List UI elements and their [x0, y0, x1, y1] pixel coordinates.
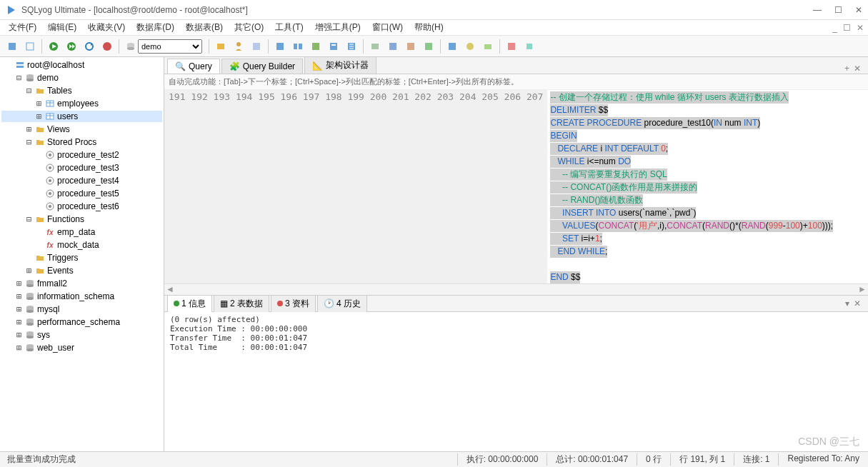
status-reg: Registered To: Any: [778, 453, 868, 466]
execute-all-button[interactable]: [64, 39, 79, 54]
svg-rect-26: [508, 43, 515, 50]
maximize-button[interactable]: ☐: [834, 5, 842, 15]
result-tab-info[interactable]: 1 信息: [167, 295, 212, 313]
menu-help[interactable]: 帮助(H): [410, 20, 448, 35]
tree-twist-icon[interactable]: ⊞: [15, 304, 23, 314]
minimize-button[interactable]: —: [813, 5, 822, 15]
object-browser[interactable]: root@localhost⊟demo⊟Tables⊞employees⊞use…: [0, 57, 164, 451]
tool-btn-16[interactable]: [504, 39, 519, 54]
tree-row[interactable]: ⊟Tables: [1, 85, 162, 96]
tree-row[interactable]: procedure_test3: [1, 162, 162, 174]
tree-row[interactable]: Triggers: [1, 252, 162, 263]
execute-button[interactable]: [46, 39, 61, 54]
tab-schema-designer[interactable]: 📐架构设计器: [304, 56, 376, 74]
menu-other[interactable]: 其它(O): [230, 20, 268, 35]
tree-row[interactable]: fxmock_data: [1, 239, 162, 251]
tree-row[interactable]: ⊞sys: [1, 329, 162, 341]
tab-close-icon[interactable]: ✕: [854, 64, 861, 74]
tree-twist-icon[interactable]: ⊞: [15, 343, 23, 353]
results-pane[interactable]: (0 row(s) affected) Execution Time : 00:…: [164, 312, 868, 451]
tree-row[interactable]: procedure_test5: [1, 188, 162, 199]
tree-twist-icon[interactable]: ⊟: [25, 214, 33, 224]
menu-fav[interactable]: 收藏夹(V): [84, 20, 129, 35]
tree-twist-icon[interactable]: ⊞: [15, 291, 23, 301]
tree-row[interactable]: ⊞users: [1, 111, 162, 122]
tool-btn-11[interactable]: [403, 39, 419, 54]
tree-row[interactable]: ⊞Events: [1, 265, 162, 276]
tree-row[interactable]: ⊟demo: [1, 72, 162, 84]
editor-scrollbar[interactable]: ◄►: [164, 283, 868, 295]
tree-row[interactable]: ⊞fmmall2: [1, 278, 162, 289]
tree-row[interactable]: procedure_test2: [1, 149, 162, 161]
svg-rect-20: [389, 43, 396, 50]
stop-button[interactable]: [99, 39, 115, 54]
tool-btn-12[interactable]: [421, 39, 437, 54]
tool-btn-4[interactable]: [272, 39, 288, 54]
tree-twist-icon[interactable]: ⊞: [25, 124, 33, 134]
database-select[interactable]: demo: [138, 39, 202, 54]
tree-twist-icon[interactable]: ⊞: [25, 266, 33, 276]
menu-table[interactable]: 数据表(B): [181, 20, 227, 35]
database-selector[interactable]: demo: [126, 39, 202, 54]
result-close-icon[interactable]: ✕: [854, 298, 861, 308]
sql-editor[interactable]: 191 192 193 194 195 196 197 198 199 200 …: [164, 90, 868, 283]
tree-row[interactable]: ⊞performance_schema: [1, 316, 162, 328]
tree-row[interactable]: procedure_test6: [1, 201, 162, 212]
menu-window[interactable]: 窗口(W): [368, 20, 407, 35]
tree-row[interactable]: ⊟Functions: [1, 214, 162, 225]
tool-btn-15[interactable]: [480, 39, 496, 54]
result-tab-tabledata[interactable]: ▦2 表数据: [214, 295, 269, 313]
status-pos: 行 191, 列 1: [670, 453, 734, 466]
result-dropdown-icon[interactable]: ▾: [845, 298, 849, 308]
database-icon: [25, 317, 35, 327]
tree-twist-icon[interactable]: ⊞: [15, 278, 23, 288]
tab-add-icon[interactable]: +: [844, 64, 849, 74]
menu-tools[interactable]: 工具(T): [271, 20, 307, 35]
mdi-restore-icon[interactable]: ☐: [843, 23, 851, 33]
tree-row[interactable]: fxemp_data: [1, 226, 162, 238]
tool-btn-7[interactable]: [326, 39, 341, 54]
menu-file[interactable]: 文件(F): [4, 20, 41, 35]
tool-btn-1[interactable]: [213, 39, 229, 54]
tab-query-builder[interactable]: 🧩Query Builder: [221, 59, 303, 74]
tool-btn-17[interactable]: [522, 39, 537, 54]
new-connection-button[interactable]: [4, 39, 20, 54]
tool-btn-9[interactable]: [367, 39, 383, 54]
tree-twist-icon[interactable]: ⊞: [15, 317, 23, 327]
tree-row[interactable]: ⊟Stored Procs: [1, 136, 162, 148]
tool-btn-14[interactable]: [462, 39, 478, 54]
tree-row[interactable]: ⊞web_user: [1, 342, 162, 353]
tool-btn-3[interactable]: [249, 39, 264, 54]
tree-row[interactable]: procedure_test4: [1, 175, 162, 186]
tree-row[interactable]: root@localhost: [1, 59, 162, 71]
mdi-minimize-icon[interactable]: _: [832, 23, 837, 33]
tree-twist-icon[interactable]: ⊞: [35, 111, 43, 121]
new-query-button[interactable]: [22, 39, 38, 54]
menu-database[interactable]: 数据库(D): [132, 20, 179, 35]
tree-row[interactable]: ⊞mysql: [1, 303, 162, 315]
tool-btn-6[interactable]: [308, 39, 324, 54]
tool-btn-2[interactable]: [231, 39, 246, 54]
refresh-button[interactable]: [81, 39, 97, 54]
result-tab-history[interactable]: 🕑4 历史: [317, 295, 367, 313]
mdi-close-icon[interactable]: ✕: [857, 23, 864, 33]
svg-rect-29: [16, 66, 24, 68]
menu-edit[interactable]: 编辑(E): [44, 20, 81, 35]
tool-btn-10[interactable]: [385, 39, 401, 54]
tool-btn-13[interactable]: [444, 39, 460, 54]
menu-powertools[interactable]: 增强工具(P): [311, 20, 365, 35]
tree-twist-icon[interactable]: ⊟: [15, 73, 23, 83]
tree-row[interactable]: ⊞Views: [1, 124, 162, 135]
tool-btn-8[interactable]: [344, 39, 359, 54]
tree-twist-icon[interactable]: ⊞: [15, 330, 23, 340]
tab-query[interactable]: 🔍Query: [167, 59, 220, 74]
tree-row[interactable]: ⊞information_schema: [1, 291, 162, 302]
tree-twist-icon[interactable]: ⊞: [35, 99, 43, 109]
result-tab-objects[interactable]: 3 资料: [271, 295, 316, 313]
tool-btn-5[interactable]: [290, 39, 306, 54]
title-bar: SQLyog Ultimate - [localhost@root/demo -…: [0, 0, 868, 20]
tree-twist-icon[interactable]: ⊟: [25, 137, 33, 147]
tree-twist-icon[interactable]: ⊟: [25, 86, 33, 96]
close-button[interactable]: ✕: [855, 5, 862, 15]
tree-row[interactable]: ⊞employees: [1, 98, 162, 109]
